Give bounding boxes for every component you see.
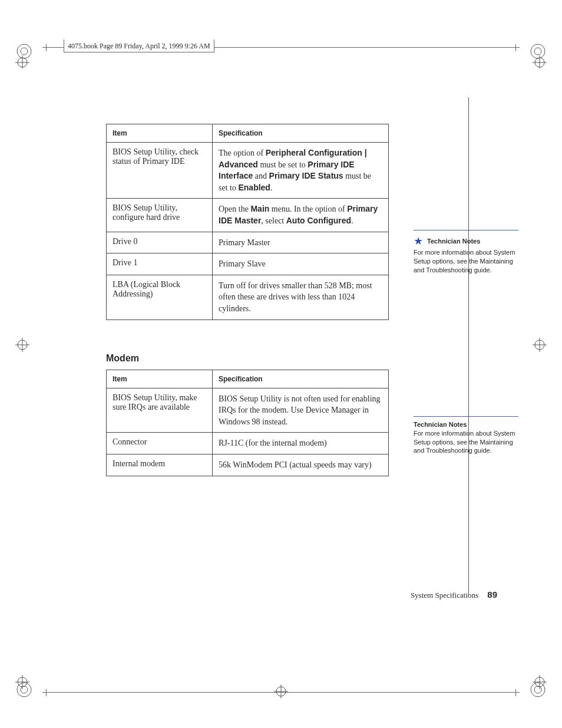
cell-value: BIOS Setup Utility is not often used for… bbox=[213, 388, 389, 433]
col-item: Item bbox=[107, 124, 213, 143]
svg-point-23 bbox=[531, 44, 545, 58]
svg-point-27 bbox=[531, 683, 545, 697]
cell-label: LBA (Logical Block Addressing) bbox=[107, 275, 213, 319]
cell-value: 56k WinModem PCI (actual speeds may vary… bbox=[213, 454, 389, 476]
cell-label: Connector bbox=[107, 433, 213, 454]
reg-mark-mid-left bbox=[11, 333, 34, 357]
note-body: For more information about System Setup … bbox=[414, 249, 515, 274]
table-header-row: Item Specification bbox=[107, 370, 389, 388]
crop-footer bbox=[42, 692, 520, 693]
svg-point-28 bbox=[534, 686, 541, 693]
svg-point-18 bbox=[276, 687, 286, 696]
table-row: Connector RJ-11C (for the internal modem… bbox=[107, 433, 389, 454]
note-title: Technician Notes bbox=[427, 238, 480, 245]
note-rule bbox=[414, 416, 518, 417]
table-header-row: Item Specification bbox=[107, 124, 389, 143]
reg-mark-mid-right bbox=[528, 333, 551, 357]
table-row: Drive 0 Primary Master bbox=[107, 232, 389, 253]
table-row: BIOS Setup Utility, check status of Prim… bbox=[107, 143, 389, 199]
column-divider bbox=[468, 97, 469, 595]
technician-note-2: Technician Notes For more information ab… bbox=[414, 416, 518, 455]
col-spec: Specification bbox=[213, 124, 389, 143]
table-row: BIOS Setup Utility, make sure IRQs are a… bbox=[107, 388, 389, 433]
svg-point-24 bbox=[534, 48, 541, 55]
cell-value: RJ-11C (for the internal modem) bbox=[213, 433, 389, 454]
cell-label: Drive 0 bbox=[107, 232, 213, 253]
note-body: For more information about System Setup … bbox=[414, 430, 515, 454]
page-footer: System Specifications 89 bbox=[411, 589, 497, 600]
svg-point-22 bbox=[21, 48, 28, 55]
note-rule bbox=[414, 230, 518, 230]
col-item: Item bbox=[107, 370, 213, 388]
hard-drive-spec-table: Item Specification BIOS Setup Utility, c… bbox=[106, 124, 389, 320]
cell-value: Open the Main menu. In the option of Pri… bbox=[213, 199, 389, 232]
col-spec: Specification bbox=[213, 370, 389, 388]
header-caption: 4075.book Page 89 Friday, April 2, 1999 … bbox=[64, 39, 214, 52]
modem-heading: Modem bbox=[106, 353, 395, 364]
cell-value: Primary Slave bbox=[213, 253, 389, 275]
footer-label: System Specifications bbox=[411, 591, 478, 599]
cell-label: BIOS Setup Utility, check status of Prim… bbox=[107, 143, 213, 199]
svg-point-9 bbox=[535, 340, 544, 350]
corner-rosette-tr-icon bbox=[529, 42, 547, 62]
table-row: Internal modem 56k WinModem PCI (actual … bbox=[107, 454, 389, 476]
star-icon: ★ bbox=[414, 234, 423, 248]
corner-rosette-br-icon bbox=[529, 681, 547, 701]
cell-value: Turn off for drives smaller than 528 MB;… bbox=[213, 275, 389, 319]
reg-mark-bot-center bbox=[269, 680, 293, 703]
corner-rosette-tl-icon bbox=[15, 42, 33, 62]
cell-label: Internal modem bbox=[107, 454, 213, 476]
svg-point-6 bbox=[18, 340, 27, 350]
svg-point-26 bbox=[21, 686, 28, 693]
cell-label: Drive 1 bbox=[107, 253, 213, 275]
crop-header: 4075.book Page 89 Friday, April 2, 1999 … bbox=[42, 47, 520, 59]
page-number: 89 bbox=[487, 589, 497, 599]
corner-rosette-bl-icon bbox=[15, 681, 33, 701]
cell-value: Primary Master bbox=[213, 232, 389, 253]
modem-spec-table: Item Specification BIOS Setup Utility, m… bbox=[106, 370, 389, 476]
cell-value: The option of Peripheral Configuration |… bbox=[213, 143, 389, 199]
cell-label: BIOS Setup Utility, make sure IRQs are a… bbox=[107, 388, 213, 433]
svg-point-25 bbox=[17, 683, 31, 697]
table-row: LBA (Logical Block Addressing) Turn off … bbox=[107, 275, 389, 319]
cell-label: BIOS Setup Utility, configure hard drive bbox=[107, 199, 213, 232]
svg-point-21 bbox=[17, 44, 31, 58]
technician-note-1: ★ Technician Notes For more information … bbox=[414, 230, 518, 275]
table-row: Drive 1 Primary Slave bbox=[107, 253, 389, 275]
table-row: BIOS Setup Utility, configure hard drive… bbox=[107, 199, 389, 232]
note-title: Technician Notes bbox=[414, 421, 467, 428]
